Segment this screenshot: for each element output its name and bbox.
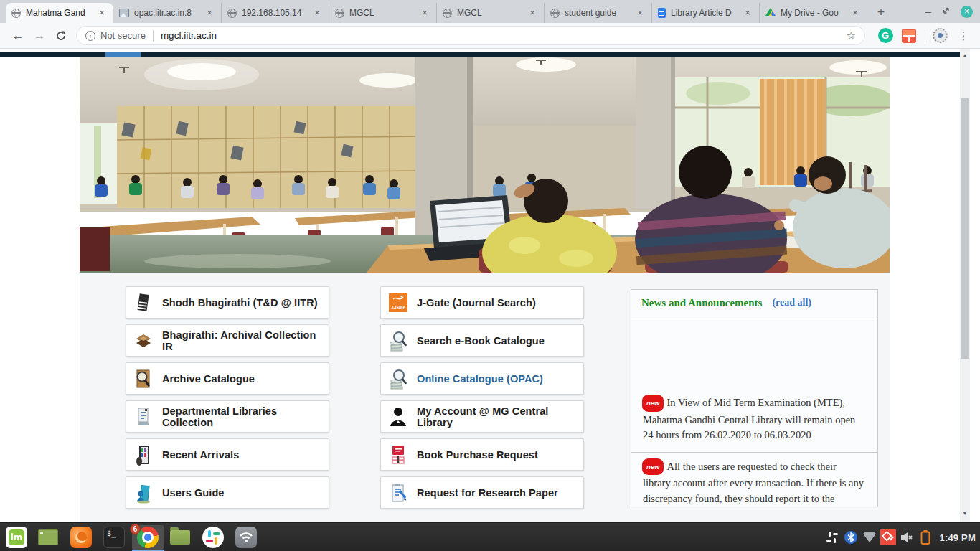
- link-jgate[interactable]: J-Gate J-Gate (Journal Search): [380, 286, 584, 319]
- new-arrivals-shelf-icon: [134, 444, 153, 466]
- scrollbar-down-arrow[interactable]: ▼: [960, 509, 970, 519]
- system-tray: 1:49 PM: [823, 523, 976, 551]
- wifi-signal-icon[interactable]: [860, 523, 879, 551]
- browser-menu-icon[interactable]: ⋮: [954, 27, 973, 45]
- tab-mgcl-home[interactable]: Mahatma Gand ×: [6, 3, 113, 23]
- google-drive-favicon: [765, 7, 776, 19]
- page-info-icon[interactable]: i: [85, 31, 95, 41]
- tab-close-icon[interactable]: ×: [634, 7, 646, 19]
- volume-muted-icon[interactable]: [897, 523, 916, 551]
- extension-badge-icon[interactable]: [930, 27, 949, 45]
- book-search-icon: [389, 330, 407, 352]
- new-badge: new: [643, 458, 663, 476]
- link-shodh-bhagirathi[interactable]: Shodh Bhagirathi (T&D @ IITR): [126, 286, 329, 319]
- network-app-launcher[interactable]: [232, 525, 260, 550]
- site-nav-bar-edge: [0, 52, 970, 57]
- chrome-taskbar-button[interactable]: 6: [132, 525, 164, 550]
- thesis-book-icon: [134, 292, 153, 314]
- tab-title: MGCL: [349, 8, 414, 18]
- link-label: Bhagirathi: Archival Collection IR: [162, 329, 329, 352]
- link-my-account[interactable]: My Account @ MG Central Library: [380, 400, 584, 433]
- tab-close-icon[interactable]: ×: [96, 7, 108, 19]
- news-item-text: In View of Mid Term Examination (MTE), M…: [643, 397, 855, 441]
- globe-favicon: [335, 9, 344, 18]
- news-announcements-panel: News and Announcements (read all) newIn …: [631, 289, 878, 507]
- anydesk-icon[interactable]: [879, 523, 897, 551]
- new-tab-button[interactable]: +: [871, 3, 891, 23]
- user-silhouette-icon: [389, 406, 407, 428]
- link-label: Online Catalogue (OPAC): [417, 373, 543, 385]
- desktop-screen: Mahatma Gand × opac.iitr.ac.in:8 × 192.1…: [0, 0, 980, 551]
- url-text: mgcl.iitr.ac.in: [161, 30, 847, 41]
- link-opac[interactable]: Online Catalogue (OPAC): [380, 362, 584, 395]
- slack-launcher[interactable]: [199, 525, 227, 550]
- tab-mgcl-3[interactable]: MGCL ×: [436, 3, 544, 23]
- window-controls: – ×: [925, 5, 973, 18]
- tab-close-icon[interactable]: ×: [419, 7, 430, 19]
- link-departmental-libraries[interactable]: Departmental Libraries Collection: [126, 400, 329, 433]
- news-title: News and Announcements: [641, 297, 762, 309]
- address-bar[interactable]: i Not secure mgcl.iitr.ac.in ☆: [76, 26, 865, 45]
- tab-close-icon[interactable]: ×: [742, 7, 753, 19]
- taskbar-clock[interactable]: 1:49 PM: [935, 532, 976, 543]
- show-desktop-button[interactable]: [34, 525, 62, 550]
- forward-button[interactable]: →: [29, 26, 50, 46]
- tab-student-guide[interactable]: student guide ×: [544, 3, 651, 23]
- close-button[interactable]: ×: [961, 6, 973, 18]
- scrollbar-up-arrow[interactable]: ▲: [960, 51, 970, 61]
- tab-library-article-doc[interactable]: Library Article D ×: [651, 3, 759, 23]
- tab-title: student guide: [565, 8, 629, 18]
- back-button[interactable]: ←: [7, 26, 29, 46]
- news-item: newAll the users are requested to check …: [631, 452, 877, 508]
- globe-favicon: [550, 9, 560, 18]
- link-label: Book Purchase Request: [417, 449, 538, 461]
- tab-close-icon[interactable]: ×: [311, 7, 323, 19]
- tab-close-icon[interactable]: ×: [527, 7, 538, 19]
- battery-icon[interactable]: [916, 523, 935, 551]
- extension-orange-grid-icon[interactable]: [900, 27, 918, 45]
- file-manager-launcher[interactable]: [166, 525, 194, 550]
- slack-tray-icon[interactable]: [823, 523, 842, 551]
- tab-close-icon[interactable]: ×: [204, 7, 215, 19]
- news-read-all-link[interactable]: (read all): [772, 297, 811, 309]
- archive-box-icon: [134, 330, 153, 352]
- link-label: J-Gate (Journal Search): [417, 297, 536, 309]
- tab-my-drive[interactable]: My Drive - Goo ×: [759, 3, 867, 23]
- link-label: Request for Research Paper: [417, 487, 558, 499]
- chrome-window-count-badge: 6: [130, 524, 141, 534]
- page-scrollbar[interactable]: ▲ ▼: [960, 49, 970, 522]
- tab-title: Library Article D: [671, 8, 737, 18]
- tab-opac[interactable]: opac.iitr.ac.in:8 ×: [113, 3, 221, 23]
- bookmark-star-icon[interactable]: ☆: [847, 29, 856, 42]
- scrollbar-thumb[interactable]: [961, 98, 969, 359]
- tab-mgcl-2[interactable]: MGCL ×: [329, 3, 436, 23]
- link-book-purchase[interactable]: Book Purchase Request: [380, 438, 584, 471]
- tab-close-icon[interactable]: ×: [849, 7, 861, 19]
- tab-ip-address[interactable]: 192.168.105.14 ×: [221, 3, 329, 23]
- restore-button[interactable]: [941, 5, 951, 18]
- terminal-launcher[interactable]: $_: [100, 525, 128, 550]
- users-guide-icon: [134, 482, 153, 504]
- tab-title: Mahatma Gand: [26, 8, 91, 18]
- link-recent-arrivals[interactable]: Recent Arrivals: [126, 438, 329, 471]
- mint-menu-button[interactable]: lm: [3, 525, 30, 550]
- link-label: Recent Arrivals: [162, 449, 239, 461]
- link-research-paper-request[interactable]: Request for Research Paper: [380, 476, 584, 509]
- firefox-launcher[interactable]: [67, 525, 95, 550]
- globe-favicon: [227, 9, 237, 18]
- slack-icon: [202, 527, 224, 548]
- link-users-guide[interactable]: Users Guide: [126, 476, 329, 509]
- globe-favicon: [443, 9, 452, 18]
- minimize-button[interactable]: –: [925, 8, 931, 15]
- folder-icon: [170, 530, 190, 545]
- tab-title: opac.iitr.ac.in:8: [134, 8, 199, 18]
- link-bhagirathi-archival[interactable]: Bhagirathi: Archival Collection IR: [126, 324, 329, 357]
- link-archive-catalogue[interactable]: Archive Catalogue: [126, 362, 329, 395]
- bluetooth-icon[interactable]: [842, 523, 860, 551]
- reload-button[interactable]: [50, 26, 72, 46]
- globe-favicon: [11, 9, 21, 18]
- link-ebook-catalogue[interactable]: Search e-Book Catalogue: [380, 324, 584, 357]
- firefox-icon: [70, 527, 92, 548]
- grammarly-extension-icon[interactable]: G: [876, 27, 895, 45]
- red-book-icon: [389, 444, 407, 466]
